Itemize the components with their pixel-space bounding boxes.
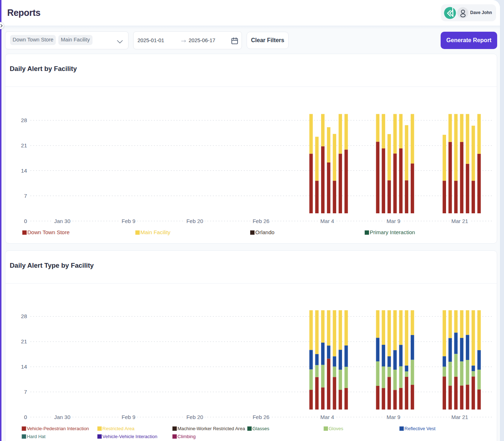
svg-text:Vehicle-Pedestrian Interaction: Vehicle-Pedestrian Interaction: [27, 426, 89, 431]
svg-text:Machine-Worker Restricted Area: Machine-Worker Restricted Area: [177, 426, 245, 431]
svg-text:Main Facility: Main Facility: [140, 229, 171, 235]
svg-text:Restricted Area: Restricted Area: [103, 426, 135, 431]
svg-text:Glasses: Glasses: [252, 426, 269, 431]
svg-text:Down Town Store: Down Town Store: [27, 229, 69, 235]
svg-text:Reflective Vest: Reflective Vest: [405, 426, 436, 431]
svg-text:Climbing: Climbing: [177, 434, 196, 439]
svg-text:Gloves: Gloves: [329, 426, 343, 431]
svg-text:Hard Hat: Hard Hat: [27, 434, 45, 439]
svg-text:Vehicle-Vehicle Interaction: Vehicle-Vehicle Interaction: [103, 434, 157, 439]
svg-text:Orlando: Orlando: [255, 229, 274, 235]
svg-text:Primary Interaction: Primary Interaction: [370, 229, 415, 235]
